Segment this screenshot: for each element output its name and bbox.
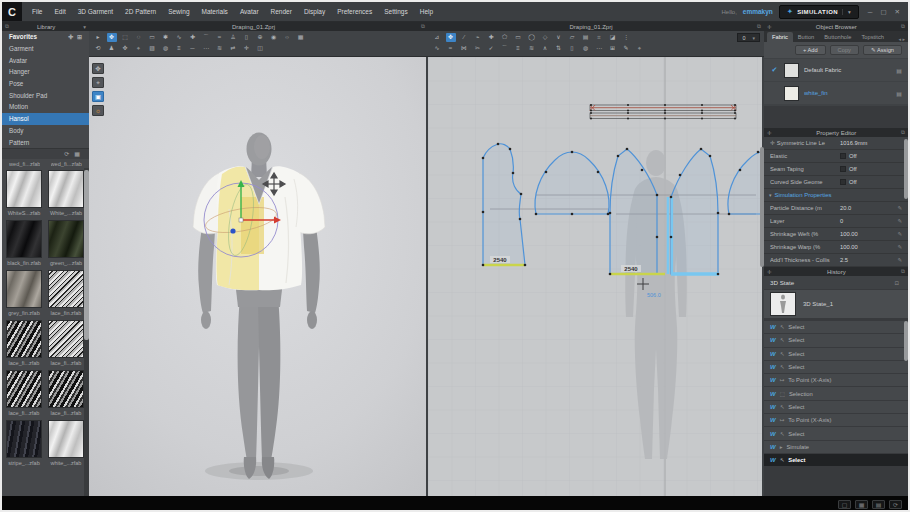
circle-icon[interactable]: ◯ [527,33,537,42]
render-style-icon[interactable]: ☼ [92,105,104,116]
history-state-item[interactable]: 3D State_1 [764,290,908,318]
history-item[interactable]: W↖Select [764,334,908,346]
pressure-icon[interactable]: ⇄ [228,44,238,53]
menu-item-2d-pattern[interactable]: 2D Pattern [119,8,162,15]
grid-view-icon[interactable]: ▦ [74,150,80,157]
fold-icon[interactable]: ⌒ [500,44,510,53]
fabric-file[interactable]: lace_fi...zfab [6,320,42,370]
viewport-3d-expand-icon[interactable]: ⧉ [418,23,428,30]
fabric-file[interactable]: green_...zfab [48,220,84,270]
maximize-button[interactable]: ▢ [877,8,889,16]
property-value[interactable]: 20.0 [840,205,897,211]
fabric-file[interactable]: stripe_...zfab [6,420,42,470]
zoom-dropdown-icon[interactable]: ▾ [752,35,755,41]
menu-item-edit[interactable]: Edit [48,8,71,15]
fabric-file[interactable]: lace_fi...zfab [6,370,42,420]
buttonhole-icon[interactable]: ▯ [567,44,577,53]
assign-button[interactable]: ✎ Assign [863,45,902,55]
zipper-icon[interactable]: ≡ [174,44,184,53]
username-link[interactable]: emmakyn [743,8,773,15]
pick-move-icon[interactable]: ✥ [120,44,130,53]
canvas-2d-scrollbar[interactable] [760,147,764,267]
button-3d-icon[interactable]: ◍ [161,44,171,53]
tab-topstitch[interactable]: Topstitch [856,32,888,42]
fabric-thumbnail[interactable] [48,420,84,458]
reset-icon[interactable]: ⟲ [93,44,103,53]
rectangle-icon[interactable]: ▭ [513,33,523,42]
canvas-2d[interactable]: 2540 2540 506.0 [428,57,764,496]
property-editor-scrollbar[interactable] [904,139,908,199]
history-item[interactable]: W↖Select [764,427,908,439]
edit-icon[interactable]: ✎ [897,231,902,237]
seam-allowance-icon[interactable]: ▱ [567,33,577,42]
sidebar-item-favorites[interactable]: Favorites✚⊞ [2,31,89,43]
fabric-thumbnail[interactable] [6,170,42,208]
sidebar-item-pattern[interactable]: Pattern [2,136,89,148]
property-value[interactable]: Off [840,179,902,185]
history-3d-state-row[interactable]: 3D State ⊡ [764,276,908,289]
light-icon[interactable]: ☼ [282,33,292,42]
sidebar-item-hansol[interactable]: Hansol [2,113,89,125]
wind-icon[interactable]: ≈ [215,33,225,42]
layers-icon[interactable]: ⋮ [621,33,631,42]
notch-icon[interactable]: ∨ [554,33,564,42]
panel-dock-icon[interactable]: ⧉ [2,23,12,30]
checkbox[interactable] [840,153,846,159]
property-value[interactable]: 100.00 [840,244,897,250]
menu-item-display[interactable]: Display [298,8,331,15]
fabric-file[interactable]: white_...zfab [48,420,84,470]
topstitch-3d-icon[interactable]: ⋯ [201,44,211,53]
fabric-thumbnail[interactable] [6,320,42,358]
edit-curvature-icon[interactable]: ⌁ [473,33,483,42]
polygon-icon[interactable]: ⬠ [500,33,510,42]
fabric-thumbnail[interactable] [48,270,84,308]
simulate-icon[interactable]: ▸ [93,33,103,42]
section-simulation-properties[interactable]: ▾Simulation Properties [764,189,908,202]
menu-item-preferences[interactable]: Preferences [331,8,378,15]
add-favorite-icon[interactable]: ✚ [68,33,73,40]
lasso-select-icon[interactable]: ◌ [134,33,144,42]
fabric-thumbnail[interactable] [48,170,84,208]
box-select-icon[interactable]: ▭ [147,33,157,42]
sidebar-item-shoulder-pad[interactable]: Shoulder Pad [2,89,89,101]
tab-button[interactable]: Button [793,32,819,42]
arrangement-point-icon[interactable]: ▯ [242,33,252,42]
fabric-thumbnail[interactable] [48,220,84,258]
steam-icon[interactable]: ✛ [242,44,252,53]
button-2d-icon[interactable]: ◍ [581,44,591,53]
sewing-3d-icon[interactable]: ∿ [174,33,184,42]
check-sewing-icon[interactable]: ✓ [486,44,496,53]
menu-item-help[interactable]: Help [414,8,439,15]
history-item[interactable]: W↖Select [764,454,908,466]
select-move-icon[interactable]: ✥ [107,33,117,42]
property-value[interactable]: 2.5 [840,257,897,263]
edit-sewing-icon[interactable]: ✂ [473,44,483,53]
show-avatar-icon[interactable]: ⌖ [92,77,104,88]
fabric-thumbnail[interactable] [6,220,42,258]
history-item[interactable]: W↦To Point (X-Axis) [764,414,908,426]
minimize-button[interactable]: ─ [865,8,876,16]
fabric-file[interactable]: black_fin.zfab [6,220,42,270]
edit-curve-icon[interactable]: ∕ [459,33,469,42]
add-point-icon[interactable]: ✚ [486,33,496,42]
fold-arrangement-icon[interactable]: ⌒ [201,33,211,42]
pattern-text-icon[interactable]: ▤ [581,33,591,42]
measure-2d-icon[interactable]: ⌖ [635,44,645,53]
section-collapse-icon[interactable]: ▾ [769,192,772,198]
fabric-file[interactable]: White_...zfab [48,170,84,220]
menu-item-avatar[interactable]: Avatar [234,8,265,15]
puckering-icon[interactable]: ≋ [215,44,225,53]
panel-add-icon[interactable]: ✛ [764,130,775,136]
free-sewing-icon[interactable]: ≈ [446,44,456,53]
checkbox[interactable] [840,166,846,172]
fabric-info-icon[interactable]: ▤ [896,67,902,74]
close-button[interactable]: ✕ [892,8,903,16]
fabric-thumbnail[interactable] [6,270,42,308]
property-editor-expand-icon[interactable]: ⧉ [898,129,908,136]
zoom-level-dropdown[interactable]: 0▾ [737,33,760,42]
property-value[interactable]: 0 [840,218,897,224]
fabric-checked-icon[interactable]: ✔ [770,66,779,74]
refresh-history-icon[interactable]: ⟳ [889,500,902,509]
history-item[interactable]: W↦To Point (X-Axis) [764,374,908,386]
fabric-thumbnail[interactable] [6,420,42,458]
